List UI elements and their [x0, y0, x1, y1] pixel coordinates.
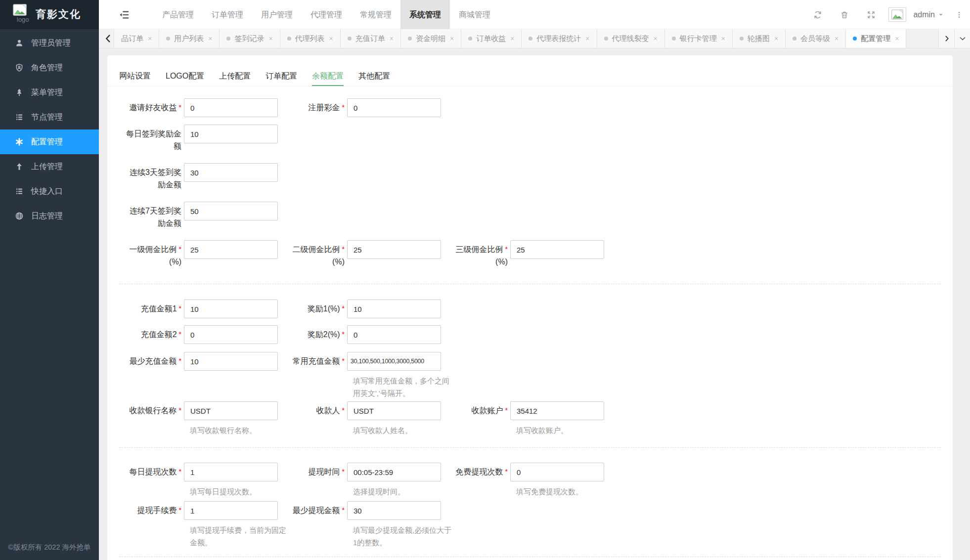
- required-marker: *: [179, 103, 181, 111]
- text-input[interactable]: [347, 325, 441, 344]
- content-tab[interactable]: 上传配置: [219, 67, 251, 86]
- required-marker: *: [179, 357, 181, 365]
- tabs-scroll-right-icon[interactable]: [938, 29, 954, 48]
- text-input[interactable]: [510, 240, 604, 259]
- close-icon[interactable]: ×: [450, 35, 454, 42]
- text-input[interactable]: [347, 463, 441, 481]
- refresh-icon[interactable]: [813, 10, 822, 19]
- nav-item[interactable]: 商城管理: [450, 0, 499, 29]
- text-input[interactable]: [184, 98, 278, 117]
- sidebar-item[interactable]: 上传管理: [0, 154, 99, 179]
- tab[interactable]: 会员等级×: [786, 29, 846, 48]
- tabs-menu-icon[interactable]: [954, 29, 970, 48]
- user-menu[interactable]: admin: [913, 10, 944, 19]
- sidebar-item[interactable]: 菜单管理: [0, 80, 99, 105]
- fullscreen-icon[interactable]: [867, 10, 876, 19]
- tab-label: 签到记录: [234, 34, 264, 43]
- tab[interactable]: 签到记录×: [220, 29, 280, 48]
- tab-label: 充值订单: [355, 34, 385, 43]
- text-input[interactable]: [347, 98, 441, 117]
- more-options-icon[interactable]: [955, 11, 963, 19]
- text-input[interactable]: [184, 163, 278, 182]
- nav-item[interactable]: 代理管理: [302, 0, 351, 29]
- tab-label: 代理列表: [295, 34, 325, 43]
- close-icon[interactable]: ×: [208, 35, 212, 42]
- tab[interactable]: 代理表报统计×: [522, 29, 597, 48]
- text-input[interactable]: [184, 401, 278, 420]
- close-icon[interactable]: ×: [390, 35, 394, 42]
- tab-label: 代理表报统计: [536, 34, 581, 43]
- text-input[interactable]: [510, 401, 604, 420]
- tab[interactable]: 订单收益×: [461, 29, 522, 48]
- text-input[interactable]: [510, 463, 604, 481]
- close-icon[interactable]: ×: [654, 35, 658, 42]
- field-label-text: 连续3天签到奖励金额: [130, 168, 181, 189]
- nav-item[interactable]: 用户管理: [252, 0, 302, 29]
- nav-item[interactable]: 产品管理: [153, 0, 203, 29]
- close-icon[interactable]: ×: [329, 35, 333, 42]
- sidebar-item[interactable]: 快捷入口: [0, 179, 99, 204]
- close-icon[interactable]: ×: [835, 35, 838, 42]
- tab[interactable]: 银行卡管理×: [665, 29, 733, 48]
- field-label: 免费提现次数*: [451, 466, 508, 478]
- text-input[interactable]: [184, 240, 278, 259]
- tab[interactable]: 资金明细×: [401, 29, 461, 48]
- tab[interactable]: 配置管理×: [846, 29, 906, 48]
- content-tab[interactable]: 网站设置: [119, 67, 151, 86]
- close-icon[interactable]: ×: [148, 35, 152, 42]
- tabs-scroll-left-icon[interactable]: [103, 33, 114, 44]
- field-label-text: 奖励2(%): [308, 330, 340, 339]
- content-tab[interactable]: 余额配置: [312, 67, 344, 86]
- content-tab[interactable]: 订单配置: [265, 67, 297, 86]
- nav-item[interactable]: 订单管理: [203, 0, 252, 29]
- required-marker: *: [342, 330, 345, 338]
- content-tab[interactable]: LOGO配置: [166, 67, 204, 86]
- text-input[interactable]: [184, 125, 278, 143]
- close-icon[interactable]: ×: [510, 35, 514, 42]
- field-label-text: 奖励1(%): [308, 304, 340, 313]
- tab[interactable]: 品订单×: [114, 29, 159, 48]
- field-label: 提现时间*: [288, 466, 345, 478]
- field-label: 充值金额2*: [125, 328, 181, 341]
- sidebar-item[interactable]: 节点管理: [0, 105, 99, 129]
- nav-item[interactable]: 常规管理: [351, 0, 400, 29]
- tab[interactable]: 代理线裂变×: [597, 29, 665, 48]
- list-icon: [15, 187, 24, 196]
- field-label-text: 一级佣金比例: [130, 245, 177, 254]
- tab[interactable]: 充值订单×: [341, 29, 401, 48]
- text-input[interactable]: [347, 501, 441, 520]
- sidebar-item[interactable]: 配置管理: [0, 129, 99, 154]
- close-icon[interactable]: ×: [895, 35, 899, 42]
- text-input[interactable]: [347, 401, 441, 420]
- text-input[interactable]: [347, 300, 441, 318]
- text-input[interactable]: [184, 352, 278, 371]
- close-icon[interactable]: ×: [585, 35, 589, 42]
- field-label-text: 最少提现金额: [293, 506, 340, 515]
- text-input[interactable]: [184, 300, 278, 318]
- text-input[interactable]: [347, 240, 441, 259]
- main-content: 网站设置LOGO配置上传配置订单配置余额配置其他配置 邀请好友收益*注册彩金*每…: [99, 48, 970, 560]
- user-icon: [15, 39, 24, 47]
- tab-status-dot: [408, 37, 412, 41]
- content-tab[interactable]: 其他配置: [358, 67, 390, 86]
- close-icon[interactable]: ×: [774, 35, 778, 42]
- sidebar-item[interactable]: 管理员管理: [0, 31, 99, 55]
- field-help: 填写收款银行名称。: [190, 424, 291, 436]
- close-icon[interactable]: ×: [721, 35, 725, 42]
- nav-item[interactable]: 系统管理: [400, 0, 450, 29]
- text-input[interactable]: [347, 352, 441, 371]
- avatar[interactable]: [888, 7, 906, 22]
- text-input[interactable]: [184, 501, 278, 520]
- tab[interactable]: 用户列表×: [159, 29, 220, 48]
- tab[interactable]: 代理列表×: [280, 29, 341, 48]
- text-input[interactable]: [184, 463, 278, 481]
- field-label-text: 每日提现次数: [130, 468, 177, 476]
- trash-icon[interactable]: [840, 10, 849, 19]
- tab[interactable]: 轮播图×: [733, 29, 786, 48]
- sidebar-item[interactable]: 日志管理: [0, 204, 99, 228]
- sidebar-item[interactable]: 角色管理: [0, 55, 99, 80]
- text-input[interactable]: [184, 325, 278, 344]
- text-input[interactable]: [184, 202, 278, 220]
- close-icon[interactable]: ×: [268, 35, 272, 42]
- collapse-sidebar-icon[interactable]: [119, 9, 130, 20]
